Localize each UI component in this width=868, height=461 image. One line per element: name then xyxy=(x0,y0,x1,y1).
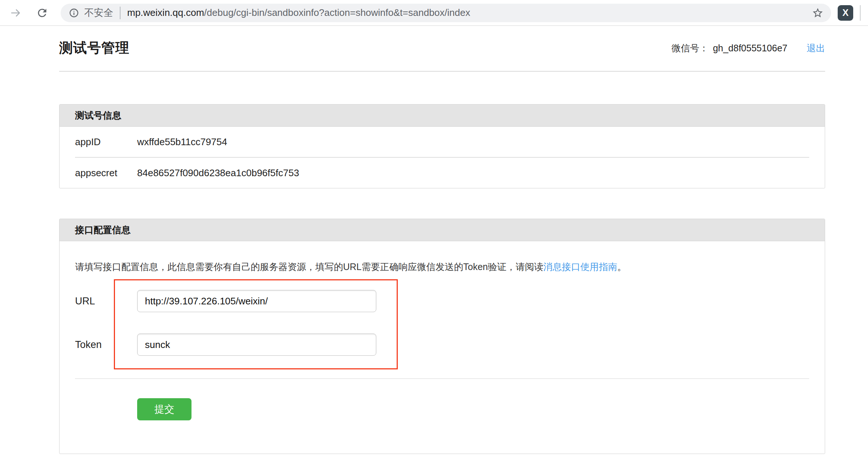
appid-value: wxffde55b11cc79754 xyxy=(137,136,227,148)
config-description: 请填写接口配置信息，此信息需要你有自己的服务器资源，填写的URL需要正确响应微信… xyxy=(75,241,809,273)
form-divider xyxy=(75,378,809,379)
page-title: 测试号管理 xyxy=(59,39,129,57)
test-account-info-section: 测试号信息 appID wxffde55b11cc79754 appsecret… xyxy=(59,104,825,188)
security-label: 不安全 xyxy=(84,6,113,19)
account-info: 微信号： gh_d8f0555106e7 退出 xyxy=(671,42,825,54)
appid-label: appID xyxy=(75,136,137,148)
interface-config-section-title: 接口配置信息 xyxy=(60,219,825,241)
interface-config-section: 接口配置信息 请填写接口配置信息，此信息需要你有自己的服务器资源，填写的URL需… xyxy=(59,219,825,454)
toolbar-separator xyxy=(860,5,861,21)
interface-config-body: 请填写接口配置信息，此信息需要你有自己的服务器资源，填写的URL需要正确响应微信… xyxy=(60,241,825,454)
account-value: gh_d8f0555106e7 xyxy=(713,43,787,54)
test-account-section-title: 测试号信息 xyxy=(60,105,825,127)
description-text: 请填写接口配置信息，此信息需要你有自己的服务器资源，填写的URL需要正确响应微信… xyxy=(75,262,543,272)
appsecret-value: 84e86527f090d6238ea1c0b96f5fc753 xyxy=(137,167,299,179)
bookmark-star-icon[interactable] xyxy=(812,7,824,19)
url-path: /debug/cgi-bin/sandboxinfo?action=showin… xyxy=(204,7,470,18)
browser-toolbar: 不安全 mp.weixin.qq.com/debug/cgi-bin/sandb… xyxy=(0,0,868,26)
url-form-row: URL xyxy=(75,290,809,312)
guide-link[interactable]: 消息接口使用指南 xyxy=(543,262,617,272)
url-input[interactable] xyxy=(137,290,376,312)
page-content: 测试号管理 微信号： gh_d8f0555106e7 退出 测试号信息 appI… xyxy=(0,38,868,454)
url-text: mp.weixin.qq.com/debug/cgi-bin/sandboxin… xyxy=(127,7,807,18)
forward-icon[interactable] xyxy=(8,6,23,20)
description-period: 。 xyxy=(617,262,627,272)
url-domain: mp.weixin.qq.com xyxy=(127,7,204,18)
token-label: Token xyxy=(75,339,137,351)
header-divider xyxy=(59,71,825,72)
appsecret-label: appsecret xyxy=(75,167,137,179)
logout-link[interactable]: 退出 xyxy=(807,42,825,54)
url-label: URL xyxy=(75,296,137,307)
submit-button[interactable]: 提交 xyxy=(137,398,191,420)
page-header: 测试号管理 微信号： gh_d8f0555106e7 退出 xyxy=(59,38,825,58)
address-bar[interactable]: 不安全 mp.weixin.qq.com/debug/cgi-bin/sandb… xyxy=(61,4,831,22)
token-form-row: Token xyxy=(75,334,809,356)
reload-icon[interactable] xyxy=(35,6,50,20)
account-label: 微信号： xyxy=(671,42,708,54)
appsecret-row: appsecret 84e86527f090d6238ea1c0b96f5fc7… xyxy=(60,158,825,188)
token-input[interactable] xyxy=(137,334,376,356)
site-info-icon[interactable] xyxy=(69,8,79,18)
extension-icon[interactable]: X xyxy=(838,5,853,21)
appid-row: appID wxffde55b11cc79754 xyxy=(60,127,825,157)
url-separator xyxy=(120,7,121,19)
